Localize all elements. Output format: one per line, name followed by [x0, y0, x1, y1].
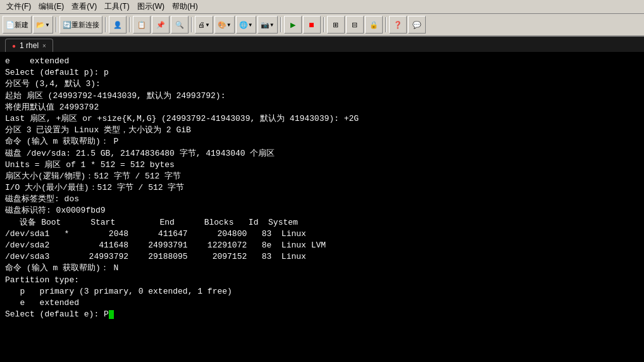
menu-tools[interactable]: 工具(T) [101, 0, 133, 13]
paste-icon: 📌 [156, 21, 165, 29]
terminal-line: e extended [5, 56, 639, 67]
print-dropdown: ▼ [205, 22, 210, 28]
color-icon: 🎨 [218, 21, 226, 29]
tab-close-button[interactable]: × [42, 42, 46, 49]
terminal-line: 将使用默认值 24993792 [5, 102, 639, 113]
profile-icon: 👤 [113, 21, 122, 29]
print-button[interactable]: 🖨 ▼ [195, 16, 213, 34]
terminal-line: 设备 Boot Start End Blocks Id System [5, 217, 639, 228]
zoom-button[interactable]: 🔍 [171, 16, 189, 34]
tab-label: 1 rhel [20, 41, 39, 50]
grid1-button[interactable]: ⊞ [327, 16, 345, 34]
camera-button[interactable]: 📷 ▼ [257, 16, 278, 34]
globe-button[interactable]: 🌐 ▼ [236, 16, 256, 34]
profile-button[interactable]: 👤 [109, 16, 127, 34]
menu-file[interactable]: 文件(F) [3, 0, 35, 13]
terminal-line: /dev/sda3 24993792 29188095 2097152 83 L… [5, 251, 639, 263]
menu-help[interactable]: 帮助(H) [168, 0, 202, 13]
terminal-line: /dev/sda2 411648 24993791 12291072 8e Li… [5, 240, 639, 251]
lock-icon: 🔒 [369, 21, 378, 29]
terminal-line: /dev/sda1 * 2048 411647 204800 83 Linux [5, 228, 639, 240]
toolbar-separator-3 [129, 17, 130, 32]
print-icon: 🖨 [198, 21, 205, 28]
grid2-button[interactable]: ⊟ [346, 16, 364, 34]
new-button[interactable]: 📄 新建 [3, 16, 32, 34]
grid2-icon: ⊟ [352, 21, 357, 29]
menubar: 文件(F) 编辑(E) 查看(V) 工具(T) 图示(W) 帮助(H) [0, 0, 644, 14]
globe-icon: 🌐 [239, 21, 248, 29]
terminal-line: Select (default p): p [5, 67, 639, 78]
back-button[interactable]: ⏹ [303, 16, 321, 34]
dropdown-arrow: ▼ [45, 22, 50, 28]
toolbar-separator-2 [105, 17, 106, 32]
terminal-line: I/O 大小(最小/最佳)：512 字节 / 512 字节 [5, 182, 639, 194]
terminal-line: Partition type: [5, 275, 639, 286]
help-icon: ❓ [393, 21, 402, 29]
toolbar-separator-4 [191, 17, 192, 32]
lock-button[interactable]: 🔒 [365, 16, 383, 34]
paste-button[interactable]: 📌 [152, 16, 170, 34]
globe-dropdown: ▼ [248, 22, 253, 28]
terminal-line: 命令 (输入 m 获取帮助)： N [5, 263, 639, 274]
back-icon: ⏹ [308, 21, 315, 28]
menu-edit[interactable]: 编辑(E) [35, 0, 68, 13]
terminal-line: 起始 扇区 (24993792-41943039, 默认为 24993792): [5, 91, 639, 102]
terminal-line: 磁盘标识符: 0x0009fbd9 [5, 205, 639, 216]
terminal-line: 扇区大小(逻辑/物理)：512 字节 / 512 字节 [5, 171, 639, 182]
tabbar: ● 1 rhel × [0, 37, 644, 52]
terminal-line: 分区 3 已设置为 Linux 类型，大小设为 2 GiB [5, 125, 639, 136]
terminal-line: Units = 扇区 of 1 * 512 = 512 bytes [5, 159, 639, 171]
terminal-line: 分区号 (3,4, 默认 3): [5, 78, 639, 90]
toolbar-separator-5 [280, 17, 282, 32]
color-button[interactable]: 🎨 ▼ [214, 16, 235, 34]
chat-icon: 💬 [412, 21, 421, 29]
toolbar-separator-7 [385, 17, 387, 32]
copy-button[interactable]: 📋 [133, 16, 151, 34]
terminal-line: 磁盘 /dev/sda: 21.5 GB, 21474836480 字节, 41… [5, 148, 639, 159]
zoom-icon: 🔍 [175, 21, 184, 29]
menu-view[interactable]: 查看(V) [68, 0, 101, 13]
toolbar-separator-1 [56, 17, 57, 32]
toolbar: 📄 新建 📂 ▼ 🔄 重新连接 👤 📋 📌 🔍 🖨 ▼ 🎨 ▼ 🌐 ▼ 📷 ▼ [0, 14, 644, 37]
toolbar-separator-6 [323, 17, 325, 32]
terminal-line: Select (default e): P [5, 309, 639, 320]
tab-rhel[interactable]: ● 1 rhel × [5, 39, 53, 52]
chat-button[interactable]: 💬 [408, 16, 426, 34]
terminal-line: e extended [5, 297, 639, 309]
color-dropdown: ▼ [226, 22, 232, 28]
folder-icon: 📂 [36, 21, 45, 29]
grid1-icon: ⊞ [333, 21, 338, 29]
terminal-line: p primary (3 primary, 0 extended, 1 free… [5, 286, 639, 297]
help-button[interactable]: ❓ [389, 16, 407, 34]
camera-dropdown: ▼ [269, 22, 275, 28]
forward-icon: ▶ [290, 21, 295, 29]
reconnect-icon: 🔄 [63, 21, 71, 29]
new-icon: 📄 [6, 21, 15, 29]
terminal-line: Last 扇区, +扇区 or +size{K,M,G} (24993792-4… [5, 113, 639, 125]
tab-bullet: ● [12, 42, 16, 49]
open-button[interactable]: 📂 ▼ [33, 16, 53, 34]
copy-icon: 📋 [137, 21, 146, 29]
reconnect-button[interactable]: 🔄 重新连接 [59, 16, 102, 34]
new-label: 新建 [15, 20, 28, 30]
camera-icon: 📷 [261, 21, 269, 29]
reconnect-label: 重新连接 [71, 20, 99, 30]
terminal-cursor [109, 310, 114, 319]
menu-diagram[interactable]: 图示(W) [133, 0, 168, 13]
forward-button[interactable]: ▶ [284, 16, 302, 34]
terminal-line: 磁盘标签类型: dos [5, 194, 639, 205]
terminal-line: 命令 (输入 m 获取帮助)： P [5, 136, 639, 147]
terminal[interactable]: e extendedSelect (default p): p分区号 (3,4,… [0, 52, 644, 362]
